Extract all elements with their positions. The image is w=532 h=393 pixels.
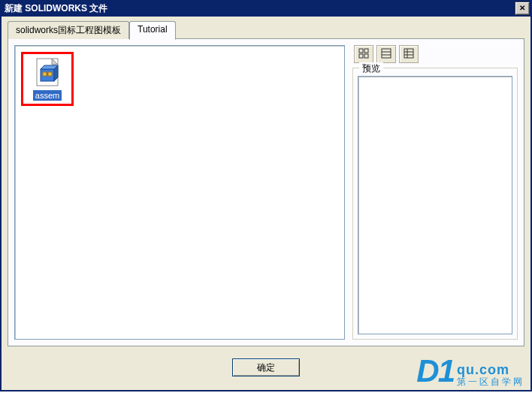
preview-group: 预览: [352, 68, 518, 340]
template-list[interactable]: assem: [14, 45, 345, 340]
tab-templates[interactable]: solidworks国标工程图模板: [8, 21, 129, 39]
svg-rect-11: [382, 49, 391, 58]
watermark-subtitle: 第一区自学网: [457, 376, 524, 387]
preview-area: [358, 76, 512, 334]
svg-rect-6: [48, 72, 52, 76]
close-button[interactable]: ✕: [515, 2, 530, 15]
preview-legend: 预览: [359, 62, 383, 75]
view-list-button[interactable]: [376, 45, 396, 63]
template-item-label: assem: [33, 90, 62, 101]
svg-rect-5: [43, 72, 47, 76]
svg-rect-9: [359, 54, 363, 58]
tab-label: Tutorial: [138, 24, 168, 35]
tab-label: solidworks国标工程图模板: [16, 25, 121, 35]
tab-tutorial[interactable]: Tutorial: [129, 21, 176, 40]
tab-strip: solidworks国标工程图模板 Tutorial: [8, 21, 524, 39]
svg-rect-7: [359, 49, 363, 53]
view-details-button[interactable]: [399, 45, 419, 63]
view-large-icons-button[interactable]: [354, 45, 373, 63]
list-icon: [381, 48, 391, 61]
titlebar: 新建 SOLIDWORKS 文件 ✕: [0, 0, 532, 17]
highlight-annotation: assem: [21, 52, 74, 106]
tab-panel: assem: [8, 38, 524, 346]
assembly-icon: [34, 57, 61, 87]
button-row: 确定: [2, 358, 530, 376]
svg-rect-8: [364, 49, 368, 53]
view-toolbar: [352, 45, 518, 63]
right-column: 预览: [352, 45, 518, 340]
window-title: 新建 SOLIDWORKS 文件: [5, 0, 107, 17]
dialog-body: solidworks国标工程图模板 Tutorial: [0, 17, 532, 391]
ok-button[interactable]: 确定: [232, 358, 300, 376]
svg-rect-14: [404, 49, 413, 58]
template-item-assem[interactable]: assem: [26, 57, 68, 101]
details-icon: [404, 48, 414, 61]
close-icon: ✕: [519, 0, 525, 17]
svg-rect-10: [364, 54, 368, 58]
large-icons-icon: [358, 48, 369, 61]
